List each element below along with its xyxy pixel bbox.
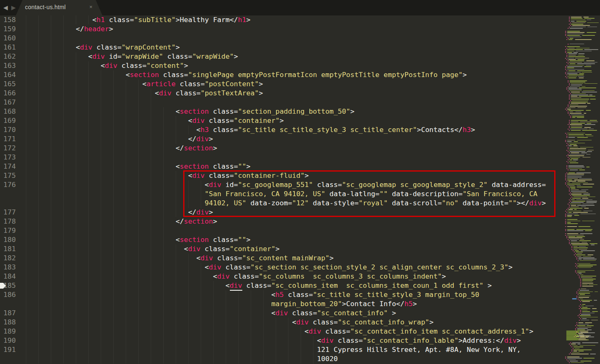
code-row[interactable]: "San Francisco, CA 94102, US" data-latln… — [0, 189, 562, 199]
line-number[interactable]: 160 — [0, 34, 16, 43]
code-row[interactable]: 181 <div class="container"> — [0, 244, 562, 254]
line-number[interactable]: 190 — [0, 336, 16, 345]
line-number[interactable]: 180 — [0, 235, 16, 244]
line-number[interactable]: 168 — [0, 107, 16, 116]
line-number[interactable]: 162 — [0, 52, 16, 61]
code-row[interactable]: 168 <section class="section_padding_bott… — [0, 107, 562, 116]
minimap-code-line — [581, 289, 586, 289]
indent-guide — [213, 336, 214, 345]
minimap[interactable] — [562, 15, 600, 364]
minimap-code-line — [565, 174, 566, 175]
code-row[interactable]: 176 <div id="sc_googlemap_551" class="sc… — [0, 180, 562, 189]
line-number[interactable]: 170 — [0, 125, 16, 135]
code-row[interactable]: 179 — [0, 226, 562, 235]
line-number[interactable]: 159 — [0, 25, 16, 34]
line-number[interactable]: 161 — [0, 43, 16, 52]
code-row[interactable]: 173 — [0, 153, 562, 162]
line-number[interactable]: 158 — [0, 15, 16, 25]
line-number[interactable]: 188 — [0, 318, 16, 327]
code-row[interactable]: 186 <h5 class="sc_title sc_title_style_3… — [0, 290, 562, 299]
line-number[interactable]: 177 — [0, 208, 16, 217]
minimap-code-line — [567, 358, 582, 359]
code-row[interactable]: 161 <div class="wrapContent"> — [0, 43, 562, 52]
line-number[interactable]: 183 — [0, 263, 16, 272]
minimap-code-line — [570, 144, 577, 145]
code-row[interactable]: 185 <div class="sc_columns_item sc_colum… — [0, 281, 562, 290]
minimap-code-line — [569, 17, 570, 17]
line-number[interactable]: 166 — [0, 89, 16, 98]
code-row[interactable]: 184 <div class="sc_columns sc_columns_3 … — [0, 272, 562, 281]
code-row[interactable]: 162 <div id="wrapWide" class="wrapWide"> — [0, 52, 562, 61]
code-row[interactable]: 171 </div> — [0, 135, 562, 144]
line-number[interactable]: 186 — [0, 290, 16, 299]
minimap-code-line — [570, 82, 585, 82]
code-row[interactable]: 164 <section class="singlePage emptyPost… — [0, 70, 562, 80]
code-row[interactable]: 182 <div class="sc_content mainWrap"> — [0, 254, 562, 263]
line-number[interactable]: 187 — [0, 309, 16, 318]
line-number[interactable]: 165 — [0, 80, 16, 89]
code-row[interactable]: 172 </section> — [0, 144, 562, 153]
code-row[interactable]: 163 <div class="content"> — [0, 61, 562, 70]
line-number[interactable]: 178 — [0, 217, 16, 226]
indent-guide — [63, 345, 64, 354]
code-row[interactable]: 167 — [0, 98, 562, 107]
code-row[interactable]: 10020 — [0, 354, 562, 364]
minimap-code-line — [566, 70, 568, 71]
code-editor[interactable]: 158 <h1 class="subTitle">Healthy Farm</h… — [0, 15, 562, 364]
line-number[interactable]: 184 — [0, 272, 16, 281]
code-row[interactable]: margin_bottom_20">Contact Info</h5> — [0, 299, 562, 309]
indent-guide — [151, 107, 151, 116]
indent-guide — [26, 15, 26, 25]
indent-guide — [113, 226, 114, 235]
tab-close-icon[interactable]: × — [89, 4, 92, 10]
code-row[interactable]: 159 </header> — [0, 25, 562, 34]
indent-guide — [151, 235, 151, 244]
code-row[interactable]: 191 121 Cypress Hills Street, Apt. #8A, … — [0, 345, 562, 354]
line-number[interactable]: 174 — [0, 162, 16, 171]
code-row[interactable]: 174 <section class=""> — [0, 162, 562, 171]
code-row[interactable]: 183 <div class="sc_section sc_section_st… — [0, 263, 562, 272]
code-row[interactable]: 158 <h1 class="subTitle">Healthy Farm</h… — [0, 15, 562, 25]
minimap-code-line — [580, 299, 583, 299]
minimap-code-line — [568, 187, 569, 187]
minimap-code-line — [578, 333, 583, 334]
code-row[interactable]: 187 <div class="sc_contact_info" > — [0, 309, 562, 318]
line-number[interactable]: 191 — [0, 345, 16, 354]
code-row[interactable]: 175 <div class="container-fluid"> — [0, 171, 562, 180]
nav-back-icon[interactable]: ◀ — [3, 4, 8, 11]
code-row[interactable]: 170 <h3 class="sc_title sc_title_style_3… — [0, 125, 562, 135]
code-row[interactable]: 189 <div class="sc_contact_info_item sc_… — [0, 327, 562, 336]
line-number[interactable]: 163 — [0, 61, 16, 70]
code-row[interactable]: 177 </div> — [0, 208, 562, 217]
line-number[interactable]: 169 — [0, 116, 16, 125]
line-number[interactable]: 164 — [0, 70, 16, 80]
nav-forward-icon[interactable]: ▶ — [11, 4, 16, 11]
line-number[interactable]: 175 — [0, 171, 16, 180]
minimap-code-line — [566, 331, 580, 332]
line-number[interactable]: 171 — [0, 135, 16, 144]
minimap-code-line — [566, 209, 568, 210]
line-number[interactable]: 172 — [0, 144, 16, 153]
line-number[interactable]: 189 — [0, 327, 16, 336]
line-number[interactable]: 179 — [0, 226, 16, 235]
code-row[interactable]: 94102, US" data-zoom="12" data-style="ro… — [0, 199, 562, 208]
code-row[interactable]: 188 <div class="sc_contact_info_wrap"> — [0, 318, 562, 327]
code-row[interactable]: 180 <section class=""> — [0, 235, 562, 244]
line-number[interactable]: 173 — [0, 153, 16, 162]
line-number[interactable]: 182 — [0, 254, 16, 263]
code-row[interactable]: 166 <div class="postTextArea"> — [0, 89, 562, 98]
code-row[interactable]: 178 </section> — [0, 217, 562, 226]
indent-guide — [38, 80, 39, 89]
line-number[interactable]: 167 — [0, 98, 16, 107]
tab-contact-us-html[interactable]: contact-us.html × — [16, 0, 102, 15]
minimap-code-line — [566, 59, 568, 60]
code-row[interactable]: 160 — [0, 34, 562, 43]
line-number[interactable]: 181 — [0, 244, 16, 254]
code-row[interactable]: 169 <div class="container"> — [0, 116, 562, 125]
indent-guide — [126, 144, 126, 153]
code-row[interactable]: 165 <article class="postContent"> — [0, 80, 562, 89]
line-number[interactable]: 176 — [0, 180, 16, 189]
indent-guide — [163, 180, 164, 189]
minimap-code-line — [570, 90, 582, 91]
code-row[interactable]: 190 <div class="sc_contact_info_lable">A… — [0, 336, 562, 345]
